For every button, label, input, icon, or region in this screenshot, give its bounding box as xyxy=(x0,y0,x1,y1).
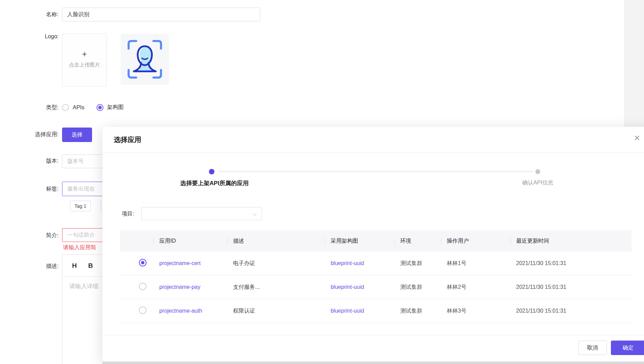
header-divider xyxy=(153,237,154,245)
column-header-blueprint: 采用架构图 xyxy=(325,237,394,245)
step-1-label: 选择要上架API所属的应用 xyxy=(173,179,256,187)
app-desc: 权限认证 xyxy=(227,307,325,315)
header-divider xyxy=(510,237,511,245)
blueprint-link[interactable]: blueprint-uuid xyxy=(325,308,394,314)
modal-header: 选择应用 × xyxy=(102,127,644,153)
face-scan-icon xyxy=(127,39,163,79)
close-icon[interactable]: × xyxy=(634,133,640,143)
step-track xyxy=(219,171,533,172)
app-id-link[interactable]: projectname-auth xyxy=(153,308,227,314)
env-cell: 测试集群 xyxy=(394,307,441,315)
upload-hint: 点击上传图片 xyxy=(69,62,100,68)
app-id-link[interactable]: projectname-cert xyxy=(153,260,227,266)
plus-icon: + xyxy=(82,50,87,58)
table-row[interactable]: projectname-auth 权限认证 blueprint-uuid 测试集… xyxy=(120,299,632,323)
step-dot-2 xyxy=(535,169,540,174)
intro-error-message: 请输入应用简 xyxy=(63,244,96,251)
operator-cell: 林林2号 xyxy=(441,284,510,291)
operator-cell: 林林3号 xyxy=(441,307,510,315)
select-application-modal: 选择应用 × 选择要上架API所属的应用 确认API信息 项目: 应用ID 描述… xyxy=(102,127,644,362)
updated-cell: 2021/11/30 15:01:31 xyxy=(510,284,632,290)
column-header-updated: 最近更新时间 xyxy=(510,237,632,245)
select-app-button[interactable]: 选择 xyxy=(62,128,92,142)
name-input[interactable] xyxy=(62,8,260,21)
project-label: 项目: xyxy=(122,210,134,218)
env-cell: 测试集群 xyxy=(394,284,441,291)
column-header-app-id: 应用ID xyxy=(153,237,227,245)
footer-divider xyxy=(102,335,644,335)
column-header-operator: 操作用户 xyxy=(441,237,510,245)
step-2-label: 确认API信息 xyxy=(496,179,579,186)
env-cell: 测试集群 xyxy=(394,260,441,267)
chevron-down-icon xyxy=(252,211,257,216)
intro-label: 简介: xyxy=(0,232,59,239)
app-desc: 支付服务... xyxy=(227,284,325,291)
row-radio[interactable] xyxy=(139,306,147,314)
header-divider xyxy=(394,237,395,245)
type-radio-group: APIs 架构图 xyxy=(62,104,132,111)
radio-architecture-label[interactable]: 架构图 xyxy=(107,104,124,111)
table-header-row: 应用ID 描述 采用架构图 环境 操作用户 最近更新时间 xyxy=(120,230,632,252)
version-label: 版本: xyxy=(0,157,59,165)
table-row[interactable]: projectname-pay 支付服务... blueprint-uuid 测… xyxy=(120,275,632,299)
column-header-env: 环境 xyxy=(394,237,441,245)
row-radio[interactable] xyxy=(139,283,147,290)
name-label: 名称: xyxy=(0,11,59,18)
step-dot-1 xyxy=(209,169,214,174)
logo-label: Logo: xyxy=(0,33,59,40)
bold-button[interactable]: B xyxy=(88,262,93,270)
description-label: 描述: xyxy=(0,262,59,270)
app-desc: 电子办证 xyxy=(227,260,325,267)
confirm-button[interactable]: 确定 xyxy=(611,341,644,355)
logo-preview xyxy=(121,34,169,85)
header-divider xyxy=(227,237,228,245)
type-label: 类型: xyxy=(0,104,59,111)
radio-apis-label[interactable]: APIs xyxy=(73,104,84,111)
cancel-button[interactable]: 取消 xyxy=(578,341,607,355)
page-bottom-edge xyxy=(102,362,644,364)
blueprint-link[interactable]: blueprint-uuid xyxy=(325,260,394,266)
header-divider xyxy=(325,237,325,245)
app-id-link[interactable]: projectname-pay xyxy=(153,284,227,290)
updated-cell: 2021/11/30 15:01:31 xyxy=(510,308,632,314)
application-table: 应用ID 描述 采用架构图 环境 操作用户 最近更新时间 projectname… xyxy=(120,230,632,323)
select-app-label: 选择应用: xyxy=(0,131,59,138)
header-divider xyxy=(441,237,441,245)
table-row[interactable]: projectname-cert 电子办证 blueprint-uuid 测试集… xyxy=(120,252,632,275)
updated-cell: 2021/11/30 15:01:31 xyxy=(510,260,632,266)
blueprint-link[interactable]: blueprint-uuid xyxy=(325,284,394,290)
project-select[interactable] xyxy=(141,207,262,220)
column-header-desc: 描述 xyxy=(227,237,325,245)
operator-cell: 林林1号 xyxy=(441,260,510,267)
modal-title: 选择应用 xyxy=(114,135,141,144)
radio-apis[interactable] xyxy=(62,104,69,111)
tags-label: 标签: xyxy=(0,185,59,193)
tag-chip-label: Tag 1 xyxy=(74,203,86,209)
radio-architecture[interactable] xyxy=(97,104,103,111)
heading-button[interactable]: H xyxy=(72,262,77,270)
page-right-gutter xyxy=(624,0,644,127)
tag-chip[interactable]: Tag 1 xyxy=(70,201,91,211)
row-radio[interactable] xyxy=(139,259,147,266)
logo-upload-dropzone[interactable]: + 点击上传图片 xyxy=(62,34,107,86)
